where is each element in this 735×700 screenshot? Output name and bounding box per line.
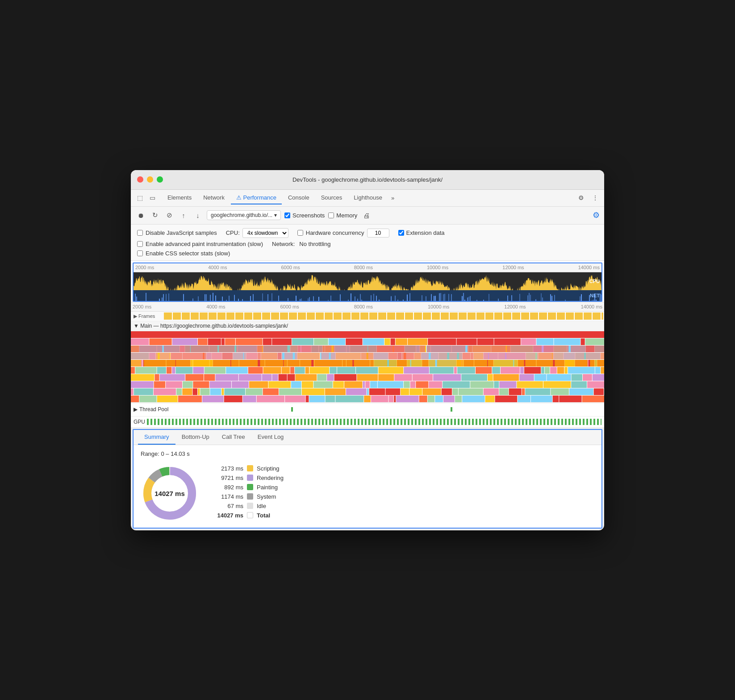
record-button[interactable]: ⏺ bbox=[135, 210, 146, 221]
tab-lighthouse[interactable]: Lighthouse bbox=[348, 192, 388, 204]
bottom-panel: Summary Bottom-Up Call Tree Event Log Ra… bbox=[133, 429, 602, 529]
ruler-mark-3: 6000 ms bbox=[281, 265, 300, 270]
flame-ruler: 2000 ms 4000 ms 6000 ms 8000 ms 10000 ms… bbox=[131, 302, 604, 312]
disable-js-label: Disable JavaScript samples bbox=[146, 229, 217, 236]
range-text: Range: 0 – 14.03 s bbox=[141, 450, 594, 457]
flame-ruler-mark-5: 10000 ms bbox=[428, 304, 449, 309]
css-selector-checkbox[interactable] bbox=[137, 250, 143, 256]
cpu-select[interactable]: 4x slowdown No throttling 2x slowdown bbox=[242, 228, 288, 238]
tab-network[interactable]: Network bbox=[198, 192, 230, 204]
frames-label: ▶ Frames bbox=[132, 313, 163, 319]
legend-row-1: 9721 msRendering bbox=[212, 475, 594, 481]
thread-pool-dots bbox=[170, 407, 601, 412]
more-icon[interactable]: ⋮ bbox=[590, 192, 601, 203]
main-label: ▼ Main — https://googlechrome.github.io/… bbox=[134, 323, 288, 329]
tab-elements[interactable]: Elements bbox=[162, 192, 197, 204]
cursor-icon[interactable]: ⬚ bbox=[134, 192, 145, 203]
thread-pool-text: Thread Pool bbox=[139, 406, 168, 412]
tab-more[interactable]: » bbox=[388, 193, 397, 203]
overview-section: 2000 ms 4000 ms 6000 ms 8000 ms 10000 ms… bbox=[133, 262, 602, 302]
disable-js-setting: Disable JavaScript samples bbox=[137, 229, 217, 236]
settings-icon[interactable]: ⚙ bbox=[576, 192, 586, 203]
flame-ruler-mark-2: 4000 ms bbox=[206, 304, 225, 309]
url-dropdown-icon[interactable]: ▾ bbox=[274, 212, 277, 218]
hw-concurrency-checkbox[interactable] bbox=[297, 230, 303, 236]
cpu-canvas bbox=[134, 272, 601, 290]
net-chart[interactable]: NET bbox=[134, 290, 601, 301]
thread-pool-dot bbox=[291, 407, 293, 412]
advanced-paint-setting: Enable advanced paint instrumentation (s… bbox=[137, 241, 263, 247]
reload-record-button[interactable]: ↻ bbox=[150, 210, 160, 221]
thread-pool-triangle: ▶ bbox=[134, 406, 138, 412]
window-controls bbox=[137, 176, 163, 183]
cpu-label: CPU: bbox=[226, 229, 240, 236]
advanced-paint-checkbox[interactable] bbox=[137, 241, 143, 247]
device-icon[interactable]: ▭ bbox=[147, 192, 158, 203]
screenshots-checkbox[interactable] bbox=[284, 212, 290, 218]
window-title: DevTools - googlechrome.github.io/devtoo… bbox=[292, 176, 443, 183]
devtools-window: DevTools - googlechrome.github.io/devtoo… bbox=[131, 170, 604, 530]
donut-chart: 14027 ms bbox=[141, 464, 199, 522]
tab-call-tree[interactable]: Call Tree bbox=[216, 430, 251, 445]
gpu-row: GPU bbox=[131, 417, 604, 427]
hw-concurrency-label: Hardware concurrency bbox=[306, 229, 364, 236]
thread-pool-dot bbox=[451, 407, 452, 412]
tab-summary[interactable]: Summary bbox=[138, 430, 175, 445]
summary-body: 14027 ms 2173 msScripting9721 msRenderin… bbox=[141, 464, 594, 522]
legend-ms-5: 14027 ms bbox=[212, 512, 243, 519]
flame-ruler-mark-7: 14000 ms bbox=[581, 304, 602, 309]
legend-ms-3: 1174 ms bbox=[212, 493, 243, 500]
maximize-button[interactable] bbox=[157, 176, 163, 183]
tab-event-log[interactable]: Event Log bbox=[251, 430, 290, 445]
memory-icon-btn[interactable]: 🖨 bbox=[361, 210, 372, 221]
network-option: No throttling bbox=[299, 241, 330, 247]
minimize-button[interactable] bbox=[147, 176, 153, 183]
toolbar: ⏺ ↻ ⊘ ↑ ↓ googlechrome.github.io/... ▾ S… bbox=[131, 207, 604, 225]
flame-ruler-mark-3: 6000 ms bbox=[280, 304, 299, 309]
main-header: ▼ Main — https://googlechrome.github.io/… bbox=[131, 321, 604, 331]
ruler-mark-7: 14000 ms bbox=[578, 265, 600, 270]
close-button[interactable] bbox=[137, 176, 143, 183]
tab-sources[interactable]: Sources bbox=[316, 192, 348, 204]
download-button[interactable]: ↓ bbox=[192, 210, 203, 221]
gpu-label: GPU bbox=[134, 419, 145, 425]
cpu-setting: CPU: 4x slowdown No throttling 2x slowdo… bbox=[226, 228, 288, 238]
ext-data-label: Extension data bbox=[406, 229, 445, 236]
ruler-mark-4: 8000 ms bbox=[354, 265, 373, 270]
ext-data-checkbox[interactable] bbox=[398, 230, 404, 236]
legend-row-4: 67 msIdle bbox=[212, 503, 594, 509]
memory-checkbox[interactable] bbox=[328, 212, 334, 218]
flame-canvas bbox=[131, 331, 604, 403]
frame-strip bbox=[164, 312, 603, 320]
disable-js-checkbox[interactable] bbox=[137, 230, 143, 236]
memory-toggle: Memory bbox=[328, 212, 357, 219]
main-section: ▼ Main — https://googlechrome.github.io/… bbox=[131, 321, 604, 403]
hw-concurrency-setting: Hardware concurrency 10 bbox=[297, 229, 389, 238]
thread-pool-row: ▶ Thread Pool bbox=[131, 403, 604, 417]
css-selector-setting: Enable CSS selector stats (slow) bbox=[137, 250, 230, 257]
cpu-chart[interactable]: CPU bbox=[134, 272, 601, 290]
legend-swatch-4 bbox=[247, 503, 253, 509]
legend-name-5: Total bbox=[257, 512, 270, 519]
legend-row-2: 892 msPainting bbox=[212, 484, 594, 491]
legend-ms-2: 892 ms bbox=[212, 484, 243, 491]
tabbar-right: ⚙ ⋮ bbox=[576, 192, 601, 203]
tab-bottom-up[interactable]: Bottom-Up bbox=[175, 430, 216, 445]
url-bar[interactable]: googlechrome.github.io/... ▾ bbox=[207, 210, 281, 220]
hw-concurrency-input[interactable]: 10 bbox=[367, 229, 389, 238]
legend-name-3: System bbox=[257, 493, 276, 500]
upload-button[interactable]: ↑ bbox=[178, 210, 189, 221]
flame-area[interactable] bbox=[131, 331, 604, 403]
timeline-container: 2000 ms 4000 ms 6000 ms 8000 ms 10000 ms… bbox=[131, 261, 604, 427]
donut-center-label: 14027 ms bbox=[155, 489, 185, 497]
overview-ruler: 2000 ms 4000 ms 6000 ms 8000 ms 10000 ms… bbox=[134, 263, 601, 272]
clear-button[interactable]: ⊘ bbox=[164, 210, 175, 221]
settings-row-3: Enable CSS selector stats (slow) bbox=[137, 250, 598, 257]
tab-performance[interactable]: ⚠ Performance bbox=[231, 192, 282, 204]
gear-icon[interactable]: ⚙ bbox=[593, 210, 600, 220]
network-label: Network: bbox=[272, 241, 295, 247]
frames-text: Frames bbox=[138, 313, 155, 319]
advanced-paint-label: Enable advanced paint instrumentation (s… bbox=[146, 241, 263, 247]
tab-console[interactable]: Console bbox=[283, 192, 315, 204]
frames-triangle-icon: ▶ bbox=[134, 313, 137, 319]
